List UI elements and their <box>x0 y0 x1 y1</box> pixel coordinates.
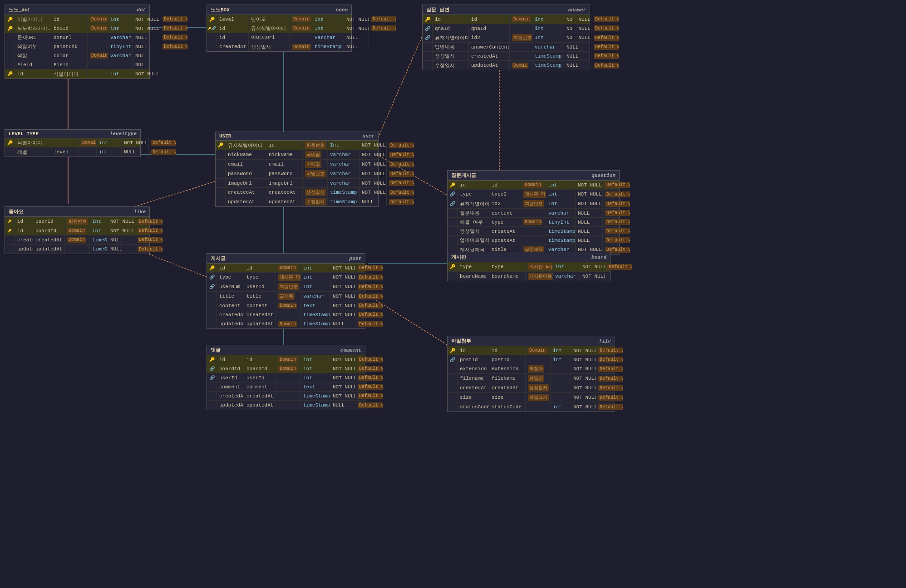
table-row: 생성일시 createAt timeStamp NULL Default val… <box>448 227 619 236</box>
col-domain: Domain <box>65 235 90 244</box>
col-english: updatedAt <box>469 61 510 70</box>
col-english: id <box>51 15 88 24</box>
table-dot-header: 노노_dot dot <box>5 5 150 15</box>
col-korean: boardName <box>458 272 489 281</box>
col-default: Default value <box>160 33 187 42</box>
col-type: Int <box>301 282 330 291</box>
table-row: 🔑 type type 게시판 타입 int NOT NULL Default … <box>448 262 610 272</box>
col-domain <box>276 382 301 391</box>
col-default <box>160 60 187 69</box>
col-default: Default value <box>355 401 383 410</box>
table-row: 문제URL dotUrl varchar NULL Default value <box>5 33 149 42</box>
col-domain <box>510 52 532 60</box>
table-leveltype-header: LEVEL TYPE leveltype <box>5 129 141 138</box>
table-dot-tech-name: dot <box>137 7 146 13</box>
col-type: timeStamp <box>301 401 330 410</box>
col-default: Default value <box>591 33 619 42</box>
table-row: password password 비밀번호 varchar NOT NULL … <box>216 169 378 179</box>
col-english: createdAt <box>33 235 65 244</box>
col-korean: 노노박스아이디 <box>15 24 51 33</box>
col-default: Default value <box>160 15 187 24</box>
col-english: createdAt <box>244 392 276 400</box>
table-row: comment comment text NOT NULL Default va… <box>207 382 365 392</box>
col-english: fileName <box>489 374 526 383</box>
col-korean: level <box>217 15 249 24</box>
fk-icon: 🔗 <box>207 273 217 282</box>
col-domain: 게시판이름 <box>526 272 553 281</box>
col-english: 유저식별아이디 <box>249 24 290 33</box>
col-korean: nickName <box>226 150 266 159</box>
table-row: updatedAt updatedAt timeStamp NULL Defau… <box>207 401 365 410</box>
col-domain: Domain <box>276 264 301 272</box>
col-english: createdAt <box>469 52 510 60</box>
col-type: timeStamp <box>301 319 330 328</box>
no-icon <box>448 218 458 226</box>
col-korean: id <box>217 24 249 33</box>
col-nullable: NOT NULL <box>359 169 387 178</box>
col-english: createAt <box>489 227 521 235</box>
col-nullable: NULL <box>133 42 160 51</box>
col-default: Default value <box>596 355 623 364</box>
pk-icon: 🔑 <box>207 15 217 24</box>
svg-line-4 <box>377 36 422 141</box>
table-row: 🔗 유저식별아이디 id2 회원번호 Int NOT NULL Default … <box>448 199 619 209</box>
col-nullable: NOT NULL <box>330 310 355 319</box>
table-leveltype: LEVEL TYPE leveltype 🔑 식별아이디 Domain int … <box>5 129 141 157</box>
col-english: postId <box>489 355 526 364</box>
no-icon <box>216 179 226 187</box>
col-nullable: NOT NULL <box>330 355 355 364</box>
col-domain: 회원번호 <box>521 199 546 208</box>
col-domain <box>303 179 328 187</box>
table-row: 레벨 level int NULL Default value <box>5 147 140 157</box>
col-korean: updatedAt <box>217 401 244 410</box>
col-type: timeStamp <box>328 197 359 206</box>
col-default: Default value <box>355 364 383 373</box>
col-english: 이미지Url <box>249 33 290 42</box>
col-korean: id <box>433 15 469 24</box>
col-domain: 게시판 타입 <box>521 190 546 199</box>
table-row: extension extension 확장자 NOT NULL Default… <box>448 364 615 374</box>
col-domain: Domain <box>79 138 97 147</box>
table-file-tech-name: file <box>599 338 611 344</box>
pk-icon: 🔑 <box>448 346 458 355</box>
table-question-tech-name: question <box>591 173 615 178</box>
col-type: Int <box>328 141 359 150</box>
table-row: updatedAt updatedAt timeStamp NULL Defau… <box>5 245 149 254</box>
table-row: imageUrl imageUrl varchar NOT NULL Defau… <box>216 179 378 188</box>
col-english: id <box>266 141 303 150</box>
col-default: Default value <box>135 235 162 244</box>
no-icon <box>207 382 217 391</box>
col-domain: Domain <box>526 346 551 355</box>
table-row: title title 글제목 varchar NOT NULL Default… <box>207 292 365 301</box>
no-icon <box>5 245 15 254</box>
col-domain <box>521 227 546 235</box>
table-user-display-name: USER <box>219 133 231 139</box>
table-row: statusCode statusCode int NOT NULL Defau… <box>448 402 615 412</box>
col-nullable: NOT NULL <box>330 264 355 272</box>
col-korean: 해결 여부 <box>458 218 489 226</box>
no-icon <box>448 374 458 383</box>
table-user: USER user 🔑 유저식별아이디 id 회원번호 Int NOT NULL… <box>215 132 379 207</box>
col-nullable: NOT NULL <box>576 181 603 189</box>
col-nullable: NOT NULL <box>564 24 591 33</box>
no-icon <box>5 33 15 42</box>
col-nullable: NOT NULL <box>571 364 596 373</box>
col-nullable: NOT NULL <box>571 355 596 364</box>
col-default: Default value <box>355 264 383 272</box>
table-row: 🔑 식별아이디 id Domain int NOT NULL Default v… <box>5 15 149 24</box>
fk-icon: 🔗 <box>207 373 217 382</box>
col-korean: createdAt <box>217 392 244 400</box>
no-icon <box>207 301 217 310</box>
table-row: 🔗 userNum userId 회원번호 Int NOT NULL Defau… <box>207 282 365 292</box>
table-answer-tech-name: answer <box>568 7 586 13</box>
col-default: Default value <box>355 273 383 282</box>
col-english: userId <box>33 217 65 226</box>
col-english: password <box>266 169 303 178</box>
no-icon <box>207 292 217 301</box>
table-row: createdAt createdAt timeStamp NOT NULL D… <box>207 310 365 319</box>
no-icon <box>216 150 226 159</box>
col-nullable: NULL <box>133 51 160 60</box>
col-nullable: NOT NULL <box>330 292 355 301</box>
col-english: updatedAt <box>266 197 303 206</box>
col-type: int <box>551 402 571 412</box>
